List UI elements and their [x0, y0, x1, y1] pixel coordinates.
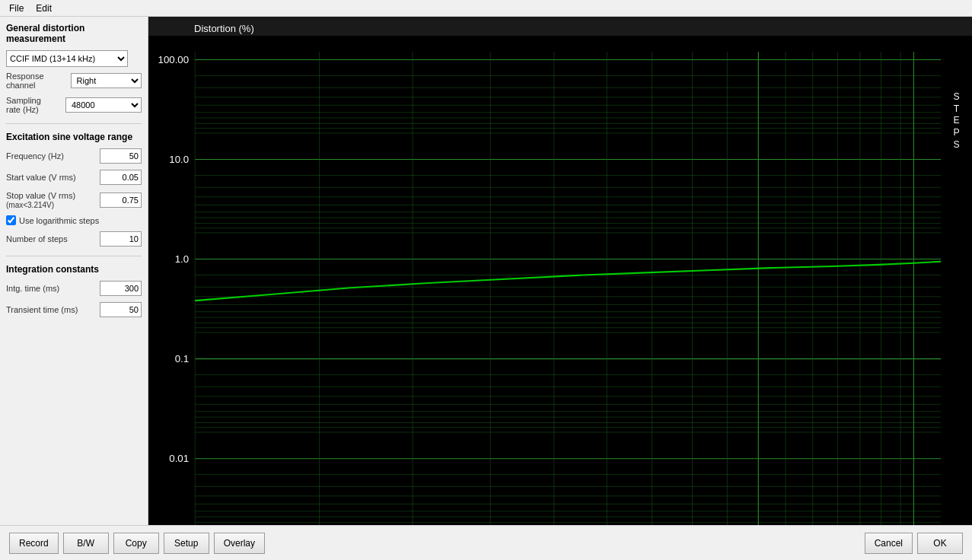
svg-text:0.01: 0.01 — [169, 453, 189, 464]
chart-svg: 100.00 10.0 1.0 0.1 0.01 0.001 0.01 0.02… — [148, 36, 972, 525]
num-steps-label: Number of steps — [6, 234, 68, 243]
file-menu[interactable]: File — [3, 2, 30, 15]
use-logarithmic-label: Use logarithmic steps — [19, 216, 99, 225]
start-value-label: Start value (V rms) — [6, 173, 76, 182]
bottom-right-buttons: Cancel OK — [865, 533, 963, 554]
chart-area: Distortion (%) — [148, 17, 972, 525]
chart-title: Distortion (%) — [148, 17, 972, 36]
response-channel-select[interactable]: Left Right — [71, 73, 142, 88]
start-value-row: Start value (V rms) — [6, 170, 142, 185]
divider-1 — [6, 123, 142, 124]
stop-value-label: Stop value (V rms)(max<3.214V) — [6, 191, 75, 209]
stop-value-input[interactable] — [100, 192, 142, 208]
bottom-left-buttons: Record B/W Copy Setup Overlay — [9, 533, 265, 554]
svg-text:0.1: 0.1 — [175, 353, 189, 364]
frequency-input[interactable] — [100, 148, 142, 164]
integration-section-title: Integration constants — [6, 264, 142, 275]
left-panel: General distortion measurement CCIF IMD … — [0, 17, 148, 525]
use-logarithmic-checkbox[interactable] — [6, 215, 16, 225]
svg-text:P: P — [954, 127, 960, 138]
svg-text:S: S — [954, 91, 960, 102]
bw-button[interactable]: B/W — [63, 533, 109, 554]
sampling-rate-row: Samplingrate (Hz) 44100 48000 96000 — [6, 96, 142, 114]
setup-button[interactable]: Setup — [164, 533, 209, 554]
transient-time-row: Transient time (ms) — [6, 302, 142, 317]
bottom-bar: Record B/W Copy Setup Overlay Cancel OK — [0, 525, 972, 560]
svg-text:T: T — [954, 103, 960, 113]
measurement-type-select[interactable]: CCIF IMD (13+14 kHz) THD IMD SMPTE — [6, 50, 128, 67]
intg-time-input[interactable] — [100, 281, 142, 296]
svg-text:E: E — [954, 115, 960, 126]
stop-value-row: Stop value (V rms)(max<3.214V) — [6, 191, 142, 209]
sampling-rate-select[interactable]: 44100 48000 96000 — [65, 97, 142, 113]
sampling-rate-label: Samplingrate (Hz) — [6, 96, 41, 114]
frequency-row: Frequency (Hz) — [6, 148, 142, 164]
start-value-input[interactable] — [100, 170, 142, 185]
main-content: General distortion measurement CCIF IMD … — [0, 17, 972, 525]
use-logarithmic-row: Use logarithmic steps — [6, 215, 142, 225]
svg-text:S: S — [954, 139, 960, 150]
edit-menu[interactable]: Edit — [30, 2, 58, 15]
frequency-label: Frequency (Hz) — [6, 151, 64, 161]
transient-time-input[interactable] — [100, 302, 142, 317]
divider-2 — [6, 256, 142, 256]
svg-text:1.0: 1.0 — [175, 253, 189, 265]
record-button[interactable]: Record — [9, 533, 59, 554]
excitation-section-title: Excitation sine voltage range — [6, 132, 142, 142]
transient-time-label: Transient time (ms) — [6, 305, 78, 314]
intg-time-row: Intg. time (ms) — [6, 281, 142, 296]
num-steps-input[interactable] — [100, 231, 142, 247]
overlay-button[interactable]: Overlay — [214, 533, 265, 554]
cancel-button[interactable]: Cancel — [865, 533, 913, 554]
response-channel-label: Response channel — [6, 72, 71, 90]
copy-button[interactable]: Copy — [113, 533, 159, 554]
ok-button[interactable]: OK — [917, 533, 963, 554]
svg-rect-0 — [148, 36, 972, 525]
svg-text:10.0: 10.0 — [169, 154, 189, 165]
num-steps-row: Number of steps — [6, 231, 142, 247]
general-section-title: General distortion measurement — [6, 23, 142, 44]
svg-text:100.00: 100.00 — [158, 53, 190, 65]
intg-time-label: Intg. time (ms) — [6, 284, 59, 293]
menu-bar: File Edit — [0, 0, 972, 17]
response-channel-row: Response channel Left Right — [6, 72, 142, 90]
